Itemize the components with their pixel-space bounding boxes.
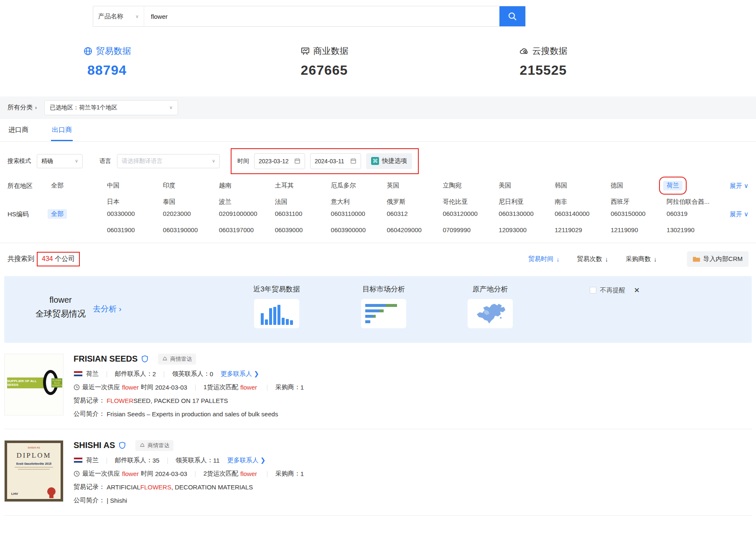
hs-code-item[interactable]: 13021990 [663,225,698,234]
hs-code-item[interactable]: 0603197000 [216,225,257,234]
shield-icon[interactable] [142,355,148,362]
stat-business-data[interactable]: 商业数据 267665 [214,45,435,78]
sort-buyer-count[interactable]: 采购商数 ↓ [626,255,657,263]
company-logo[interactable]: SUPPLIER OF ALL SEEDS FLOWER BULB EXPERT… [4,354,64,415]
search-bar-row: 产品名称 ∨ [0,0,756,27]
netherlands-flag-icon [74,457,83,463]
region-item[interactable]: 哥伦比亚 [439,197,471,207]
region-item[interactable]: 立陶宛 [439,181,465,190]
hs-code-item[interactable]: 06031100 [272,209,306,218]
stat-label: 贸易数据 [96,45,131,57]
company-intro-line: 公司简介： Frisian Seeds – Experts in product… [74,410,304,418]
result-bar: 共搜索到 434 个公司 贸易时间 ↓ 贸易次数 ↓ 采购商数 ↓ 导入内部CR… [0,243,756,274]
hs-code-item[interactable]: 060319 [663,209,691,218]
hs-code-item[interactable]: 06031900 [104,225,138,234]
company-name[interactable]: SHISHI AS [74,441,115,450]
business-radar-badge[interactable]: 商情雷达 [158,354,196,365]
stat-trade-data[interactable]: 贸易数据 88794 [0,45,214,78]
region-item[interactable]: 尼日利亚 [495,197,527,207]
region-expand-link[interactable]: 展开 ∨ [719,181,748,207]
hs-code-item[interactable]: 12119029 [551,225,585,234]
language-select[interactable]: 请选择翻译语言 ∨ [117,154,220,168]
keyword-highlight: flower [240,384,257,391]
banner-keyword: flower [33,295,88,305]
import-crm-button[interactable]: 导入内部CRM [687,251,748,267]
search-mode-select[interactable]: 精确 ∨ [37,154,83,168]
sort-trade-time[interactable]: 贸易时间 ↓ [528,255,560,263]
hs-code-item[interactable]: 02091000000 [216,209,261,218]
region-item[interactable]: 印度 [160,181,179,190]
banner-card-origin[interactable]: 原产地分析 [463,284,517,328]
date-from-input[interactable]: 2023-03-12 [254,153,305,169]
sort-trade-count[interactable]: 贸易次数 ↓ [577,255,608,263]
hs-expand-link[interactable]: 展开 ∨ [719,209,748,234]
hs-code-item[interactable]: 0603190000 [160,225,201,234]
hs-code-item[interactable]: 12119090 [607,225,641,234]
region-item[interactable]: 中国 [104,181,123,190]
region-item[interactable]: 泰国 [160,197,179,207]
shield-icon[interactable] [119,442,125,449]
dont-remind-checkbox[interactable] [590,287,596,294]
banner-dismiss-group: 不再提醒 ✕ [590,286,640,295]
region-item[interactable]: 韩国 [551,181,570,190]
search-button[interactable] [499,6,525,26]
region-item[interactable]: 西班牙 [607,197,633,207]
tab-importer[interactable]: 进口商 [8,119,29,141]
stat-label: 云搜数据 [532,45,568,57]
region-item[interactable]: 厄瓜多尔 [328,181,359,190]
region-item-all[interactable]: 全部 [48,181,67,190]
hs-code-item[interactable]: 0603110000 [328,209,369,218]
company-name[interactable]: FRISIAN SEEDS [74,354,137,364]
region-item[interactable]: 法国 [272,197,291,207]
region-item[interactable]: 意大利 [328,197,353,207]
keyword-highlight: flower [240,470,257,477]
region-item[interactable]: 美国 [495,181,514,190]
hs-code-item[interactable]: 07099990 [439,225,474,234]
hs-item-all[interactable]: 全部 [48,209,67,219]
region-item[interactable]: 土耳其 [272,181,297,190]
hs-code-item[interactable]: 0603150000 [607,209,649,218]
company-logo[interactable]: SHISHI AS DIPLOM Eesti Gasellettevõte 20… [4,440,64,502]
arrow-down-icon: ↓ [556,256,560,263]
go-analyze-link[interactable]: 去分析 › [93,304,122,314]
region-item[interactable]: 阿拉伯联合酋... [663,197,713,207]
hs-code-item[interactable]: 0604209000 [384,225,425,234]
business-radar-badge[interactable]: 商情雷达 [135,440,173,451]
close-icon[interactable]: ✕ [634,286,640,295]
hs-code-item[interactable]: 02023000 [160,209,194,218]
stat-cloud-search-data[interactable]: 云搜数据 215525 [435,45,652,78]
search-mode-label: 搜索模式 [8,157,31,165]
tab-exporter[interactable]: 出口商 [51,119,73,141]
region-item[interactable]: 荷兰 [663,181,682,190]
region-item[interactable]: 德国 [607,181,626,190]
company-intro-line: 公司简介： | Shishi [74,496,304,504]
more-contacts-link[interactable]: 更多联系人 ❯ [221,370,259,378]
hs-code-item[interactable]: 0603120000 [439,209,481,218]
hs-code-item[interactable]: 06039000 [272,225,306,234]
region-item[interactable]: 英国 [384,181,403,190]
hs-code-item[interactable]: 0603140000 [551,209,593,218]
quick-options-button[interactable]: ⌘ 快捷选项 [366,153,412,169]
all-categories-link[interactable]: 所有分类 › [8,104,37,111]
banner-card-target-market[interactable]: 目标市场分析 [356,284,411,328]
date-to-input[interactable]: 2024-03-11 [310,153,361,169]
region-item[interactable]: 日本 [104,197,123,207]
selected-region-dropdown[interactable]: 已选地区：荷兰等1个地区 ∨ [44,100,178,115]
more-contacts-link[interactable]: 更多联系人 ❯ [227,456,266,464]
banner-keyword-block: flower 全球贸易情况 [33,295,88,319]
hs-code-item[interactable]: 0603130000 [495,209,537,218]
bar-chart-thumbnail [254,299,299,328]
banner-card-trade-3yr[interactable]: 近3年贸易数据 [249,284,304,328]
search-category-dropdown[interactable]: 产品名称 ∨ [93,6,144,26]
region-item[interactable]: 南非 [551,197,570,207]
hs-code-item[interactable]: 00330000 [104,209,138,218]
hs-code-item[interactable]: 12093000 [495,225,530,234]
hs-code-item[interactable]: 0603900000 [328,225,369,234]
search-input[interactable] [144,6,499,26]
region-item[interactable]: 越南 [216,181,235,190]
hs-code-item[interactable]: 060312 [384,209,411,218]
region-item[interactable]: 俄罗斯 [384,197,409,207]
region-item[interactable]: 波兰 [216,197,235,207]
country-label: 荷兰 [86,456,99,464]
hbar-chart-thumbnail [361,299,406,328]
